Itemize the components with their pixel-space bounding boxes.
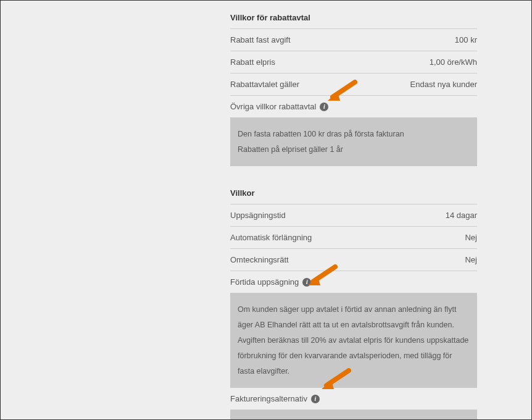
info-box-fortida-uppsagning: Om kunden säger upp avtalet i förtid av … [230,293,477,388]
info-text: Autogiro, E-faktura, Traditionell [238,418,470,420]
info-text-line: Den fasta rabatten 100 kr dras på första… [238,127,470,142]
row-label: Omteckningsrätt [230,255,289,264]
row-faktureringsalternativ: Faktureringsalternativ i [230,388,477,410]
row-uppsagningstid: Uppsägningstid 14 dagar [230,204,477,227]
row-label: Rabatt fast avgift [230,35,291,44]
row-label: Faktureringsalternativ [230,394,307,403]
info-icon[interactable]: i [311,395,320,403]
row-value: Endast nya kunder [410,80,477,89]
row-label: Förtida uppsägning [230,277,299,287]
row-rabatt-elpris: Rabatt elpris 1,00 öre/kWh [230,51,477,74]
row-value: Nej [465,255,477,264]
row-omteckningsratt: Omteckningsrätt Nej [230,249,477,271]
info-icon[interactable]: i [302,278,311,287]
content-panel: Villkor för rabattavtal Rabatt fast avgi… [230,8,477,420]
row-rabattavtalet-galler: Rabattavtalet gäller Endast nya kunder [230,74,477,96]
row-label: Rabattavtalet gäller [230,80,299,89]
row-label: Rabatt elpris [230,57,275,67]
info-icon[interactable]: i [320,103,328,111]
section2-title: Villkor [230,183,477,204]
info-text: Om kunden säger upp avtalet i förtid av … [238,302,470,379]
row-fortida-uppsagning: Förtida uppsägning i [230,271,477,293]
row-label: Uppsägningstid [230,211,286,220]
info-box-faktureringsalternativ: Autogiro, E-faktura, Traditionell [230,410,477,420]
row-rabatt-fast-avgift: Rabatt fast avgift 100 kr [230,29,477,51]
row-label: Automatisk förlängning [230,233,312,242]
row-label: Övriga villkor rabattavtal [230,102,316,111]
row-value: 14 dagar [446,211,477,220]
row-ovriga-villkor: Övriga villkor rabattavtal i [230,96,477,118]
row-automatisk-forlangning: Automatisk förlängning Nej [230,227,477,249]
row-value: 100 kr [455,35,477,44]
section1-title: Villkor för rabattavtal [230,8,477,29]
info-text-line: Rabatten på elpriset gäller 1 år [238,142,470,158]
row-value: Nej [465,233,477,242]
row-value: 1,00 öre/kWh [430,57,477,67]
info-box-ovriga-villkor: Den fasta rabatten 100 kr dras på första… [230,118,477,166]
